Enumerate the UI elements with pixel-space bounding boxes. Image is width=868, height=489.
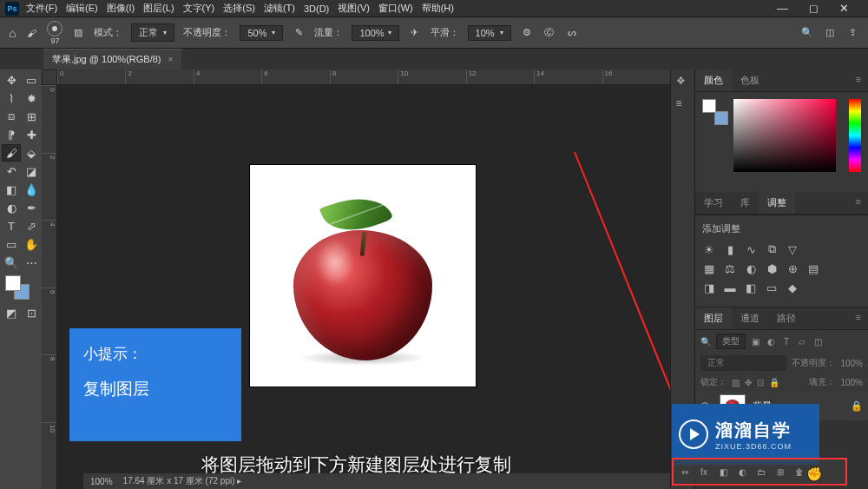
menu-layer[interactable]: 图层(L) [143, 2, 174, 15]
layer-blend-select[interactable]: 正常 [700, 355, 786, 371]
filter-smart-icon[interactable]: ◫ [812, 337, 824, 347]
gradient-map-icon[interactable]: ▭ [765, 281, 779, 294]
pressure-size-icon[interactable]: Ⓒ [542, 26, 556, 40]
delete-icon[interactable]: 🗑 [793, 467, 806, 477]
brightness-icon[interactable]: ☀ [702, 242, 716, 256]
airbrush-icon[interactable]: ✈ [408, 26, 422, 40]
heal-tool[interactable]: ✚ [22, 126, 41, 143]
layer-opacity-value[interactable]: 100% [840, 359, 863, 368]
tab-adjustments[interactable]: 调整 [759, 192, 795, 214]
menu-window[interactable]: 窗口(W) [378, 2, 413, 15]
filter-shape-icon[interactable]: ▱ [796, 337, 808, 347]
threshold-icon[interactable]: ◧ [744, 281, 758, 294]
exposure-icon[interactable]: ⧉ [765, 242, 779, 256]
move-tool[interactable]: ✥ [2, 71, 21, 89]
history-icon[interactable]: ❖ [676, 75, 690, 89]
lock-position-icon[interactable]: ✥ [745, 378, 752, 387]
crop-tool[interactable]: ⧈ [2, 108, 21, 125]
menu-help[interactable]: 帮助(H) [422, 2, 454, 15]
smooth-select[interactable]: 10% [468, 25, 511, 41]
hue-slider[interactable] [849, 99, 861, 172]
quick-select-tool[interactable]: ✸ [22, 89, 41, 107]
filter-adjust-icon[interactable]: ◐ [765, 337, 777, 347]
photo-filter-icon[interactable]: ⬢ [765, 261, 779, 275]
pen-tool[interactable]: ✒ [22, 199, 41, 216]
tab-layers[interactable]: 图层 [695, 307, 732, 329]
fx-icon[interactable]: fx [698, 467, 710, 477]
hue-icon[interactable]: ▦ [702, 261, 716, 275]
curves-icon[interactable]: ∿ [744, 242, 758, 256]
home-icon[interactable]: ⌂ [9, 26, 16, 40]
tab-paths[interactable]: 路径 [768, 307, 805, 329]
hand-tool[interactable]: ✋ [22, 235, 41, 253]
document-tab[interactable]: 苹果.jpg @ 100%(RGB/8) × [43, 49, 181, 69]
color-swatches[interactable] [2, 272, 41, 303]
filter-text-icon[interactable]: T [780, 337, 792, 347]
menu-text[interactable]: 文字(Y) [183, 2, 215, 15]
mixer-icon[interactable]: ⊕ [786, 261, 799, 275]
stamp-tool[interactable]: ⬙ [22, 144, 41, 162]
filter-search-icon[interactable]: 🔍 [700, 337, 713, 347]
quickmask-tool[interactable]: ◩ [2, 304, 21, 321]
filter-type-select[interactable]: 类型 [716, 334, 746, 349]
marquee-tool[interactable]: ▭ [22, 71, 41, 89]
tab-close-icon[interactable]: × [168, 55, 174, 64]
fg-bg-swatch[interactable] [702, 99, 723, 120]
filter-pixel-icon[interactable]: ▣ [749, 337, 761, 347]
posterize-icon[interactable]: ▬ [723, 281, 737, 294]
path-select-tool[interactable]: ⬀ [22, 217, 41, 235]
fill-value[interactable]: 100% [840, 378, 863, 387]
frame-tool[interactable]: ⊞ [22, 108, 41, 125]
selective-color-icon[interactable]: ◆ [786, 281, 799, 294]
share-icon[interactable]: ⇪ [845, 26, 859, 40]
mask-icon[interactable]: ◧ [717, 467, 729, 477]
menu-select[interactable]: 选择(S) [223, 2, 255, 15]
zoom-tool[interactable]: 🔍 [2, 254, 21, 271]
lookup-icon[interactable]: ▤ [806, 261, 820, 275]
tab-learn[interactable]: 学习 [695, 192, 732, 214]
ruler-vertical[interactable]: 0246810 [42, 85, 57, 489]
color-field[interactable] [733, 99, 836, 172]
opacity-select[interactable]: 50% [240, 25, 283, 41]
ruler-origin[interactable] [42, 69, 57, 85]
panel-menu-icon[interactable]: ≡ [849, 192, 868, 214]
tab-libraries[interactable]: 库 [732, 192, 759, 214]
bw-icon[interactable]: ◐ [744, 261, 758, 275]
link-icon[interactable]: ⇔ [679, 467, 691, 477]
close-icon[interactable]: ✕ [839, 2, 849, 15]
menu-file[interactable]: 文件(F) [26, 2, 57, 15]
screenmode-tool[interactable]: ⊡ [22, 304, 41, 321]
balance-icon[interactable]: ⚖ [723, 261, 737, 275]
lock-artboard-icon[interactable]: ⊡ [757, 378, 764, 387]
menu-filter[interactable]: 滤镜(T) [264, 2, 295, 15]
blend-mode-select[interactable]: 正常 [131, 23, 174, 42]
invert-icon[interactable]: ◨ [702, 281, 716, 294]
eraser-tool[interactable]: ◪ [22, 162, 41, 180]
tab-swatches[interactable]: 色板 [732, 69, 768, 91]
panel-menu-icon[interactable]: ≡ [849, 307, 868, 329]
group-icon[interactable]: 🗀 [755, 467, 767, 477]
panel-menu-icon[interactable]: ≡ [849, 69, 868, 91]
doc-info[interactable]: 17.64 厘米 x 17 厘米 (72 ppi) ▸ [123, 475, 242, 487]
eyedropper-tool[interactable]: ⁋ [2, 126, 21, 143]
pressure-opacity-icon[interactable]: ✎ [292, 26, 306, 40]
symmetry-icon[interactable]: ᔕ [565, 26, 579, 40]
new-layer-icon[interactable]: ⊞ [774, 467, 786, 477]
menu-view[interactable]: 视图(V) [338, 2, 370, 15]
tab-color[interactable]: 颜色 [695, 69, 732, 91]
document-canvas[interactable] [250, 165, 476, 387]
canvas-area[interactable]: 0246810121416 0246810 小提示： 复制图层 将图层拖动到下方… [42, 69, 670, 489]
smooth-settings-icon[interactable]: ⚙ [520, 26, 534, 40]
zoom-level[interactable]: 100% [90, 477, 113, 486]
blur-tool[interactable]: 💧 [22, 181, 41, 198]
history-brush-tool[interactable]: ↶ [2, 162, 21, 180]
brush-tool[interactable]: 🖌 [2, 144, 21, 162]
dodge-tool[interactable]: ◐ [2, 199, 21, 216]
minimize-icon[interactable]: — [777, 2, 788, 15]
adjust-layer-icon[interactable]: ◐ [736, 467, 748, 477]
flow-select[interactable]: 100% [352, 25, 398, 41]
gradient-tool[interactable]: ◧ [2, 181, 21, 198]
lock-all-icon[interactable]: 🔒 [769, 378, 779, 387]
menu-image[interactable]: 图像(I) [107, 2, 135, 15]
search-icon[interactable]: 🔍 [800, 26, 814, 40]
